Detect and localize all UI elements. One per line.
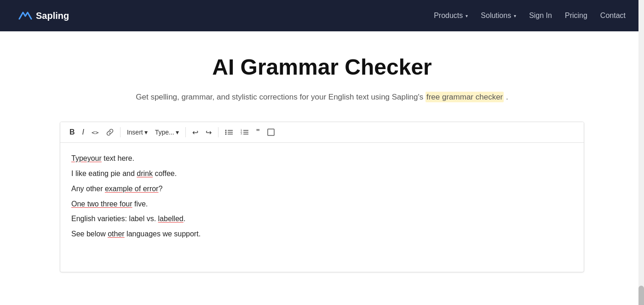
editor-line-4: One two three four five.	[71, 198, 573, 211]
editor-line-3: Any other example of error?	[71, 182, 573, 196]
undo-button[interactable]: ↩	[190, 126, 201, 139]
editor-toolbar: B I <> Insert ▾ Type... ▾ ↩ ↪	[60, 122, 584, 143]
nav-solutions[interactable]: Solutions ▾	[481, 12, 516, 20]
subtitle: Get spelling, grammar, and stylistic cor…	[60, 91, 584, 103]
highlight-text: free grammar checker	[426, 92, 504, 102]
numbered-list-icon: 1. 2. 3.	[241, 129, 249, 136]
link-button[interactable]	[104, 127, 116, 138]
nav-contact[interactable]: Contact	[600, 12, 626, 20]
main-content: AI Grammar Checker Get spelling, grammar…	[23, 31, 621, 291]
nav-signin[interactable]: Sign In	[529, 12, 552, 20]
scrollbar[interactable]	[638, 0, 644, 291]
toolbar-separator-1	[120, 127, 121, 137]
logo-text: Sapling	[36, 11, 69, 21]
link-icon	[106, 129, 114, 136]
redo-button[interactable]: ↪	[203, 126, 214, 139]
expand-button[interactable]	[264, 127, 277, 138]
error-underline: labelled	[158, 215, 184, 223]
svg-rect-12	[268, 129, 274, 135]
page-title: AI Grammar Checker	[60, 54, 584, 80]
type-dropdown[interactable]: Type... ▾	[152, 127, 182, 138]
insert-dropdown[interactable]: Insert ▾	[124, 127, 150, 138]
scroll-thumb[interactable]	[638, 286, 644, 291]
svg-point-2	[225, 134, 226, 135]
bold-button[interactable]: B	[67, 126, 78, 138]
error-underline: example of error	[105, 185, 159, 193]
nav-pricing[interactable]: Pricing	[565, 12, 587, 20]
error-underline: Typeyour	[71, 154, 102, 162]
chevron-down-icon: ▾	[144, 129, 148, 136]
numbered-list-button[interactable]: 1. 2. 3.	[238, 127, 252, 138]
logo-link[interactable]: Sapling	[18, 11, 434, 21]
nav-products[interactable]: Products ▾	[434, 12, 468, 20]
code-button[interactable]: <>	[89, 127, 102, 138]
bullet-list-button[interactable]	[222, 127, 236, 138]
chevron-down-icon: ▾	[466, 13, 468, 18]
bullet-list-icon	[225, 129, 233, 136]
editor-body[interactable]: Typeyour text here. I like eating pie an…	[60, 143, 584, 272]
toolbar-separator-2	[185, 127, 186, 137]
logo-icon	[18, 11, 32, 21]
nav-links: Products ▾ Solutions ▾ Sign In Pricing C…	[434, 12, 626, 20]
editor-line-2: I like eating pie and drink coffee.	[71, 167, 573, 181]
chevron-down-icon: ▾	[514, 13, 516, 18]
error-underline: drink	[137, 170, 153, 177]
svg-text:3.: 3.	[241, 132, 242, 135]
editor-line-6: See below other languages we support.	[71, 228, 573, 241]
editor-line-1: Typeyour text here.	[71, 152, 573, 165]
expand-icon	[267, 129, 275, 136]
quote-button[interactable]: "	[253, 126, 263, 139]
error-underline: other	[108, 230, 124, 238]
editor-container: B I <> Insert ▾ Type... ▾ ↩ ↪	[60, 122, 584, 272]
toolbar-separator-3	[218, 127, 218, 137]
svg-point-1	[225, 132, 226, 133]
svg-point-0	[225, 130, 226, 131]
navbar: Sapling Products ▾ Solutions ▾ Sign In P…	[0, 0, 644, 31]
error-underline: One two three four	[71, 200, 132, 208]
italic-button[interactable]: I	[80, 126, 87, 138]
chevron-down-icon: ▾	[176, 129, 179, 136]
editor-line-5: English varieties: label vs. labelled.	[71, 212, 573, 226]
